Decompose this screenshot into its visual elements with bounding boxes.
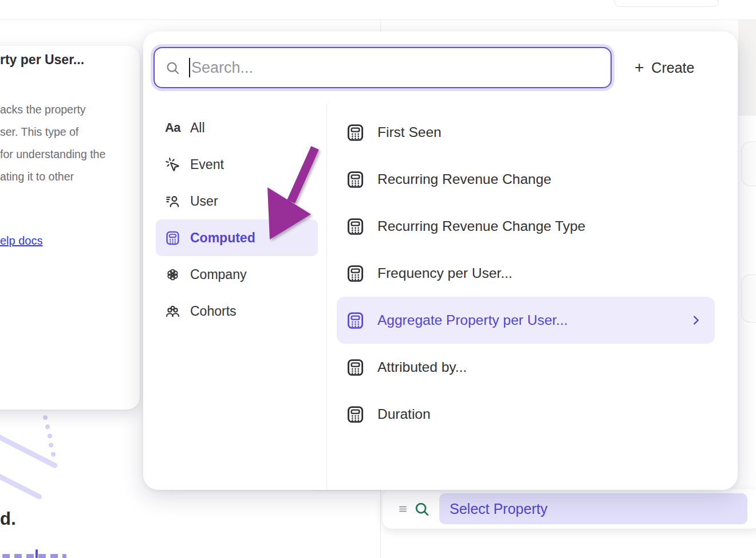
search-icon [165, 60, 180, 76]
background-peek-card [741, 274, 756, 323]
cohorts-people-icon [165, 304, 180, 319]
drag-handle-icon[interactable] [397, 504, 408, 514]
property-item-recurring-revenue-change[interactable]: Recurring Revenue Change [337, 156, 715, 203]
category-item-event[interactable]: Event [156, 146, 318, 183]
chevron-right-icon [690, 314, 702, 327]
select-property-button[interactable]: Select Property [439, 493, 747, 524]
category-item-computed[interactable]: Computed [156, 219, 318, 256]
property-label: Recurring Revenue Change [377, 171, 552, 187]
category-label: Computed [190, 230, 255, 246]
category-label: Event [190, 157, 224, 172]
category-label: All [190, 120, 205, 136]
property-label: Aggregate Property per User... [377, 312, 568, 328]
property-selector-card: Select Property [383, 489, 756, 529]
property-label: Frequency per User... [377, 265, 513, 281]
property-item-duration[interactable]: Duration [337, 391, 715, 438]
background-panel-edge [312, 490, 380, 491]
decorative-dot [51, 452, 56, 457]
property-list: First Seen Recurring Revenue Change [337, 109, 715, 438]
tooltip-body: acks the property ser. This type of for … [0, 99, 132, 188]
company-cluster-icon [165, 267, 180, 282]
clipped-link-fragment-tick [36, 549, 38, 558]
background-horizontal-divider [0, 19, 756, 20]
plus-icon: + [635, 60, 644, 76]
search-icon [414, 501, 430, 517]
property-label: Duration [377, 406, 431, 422]
event-click-icon [165, 157, 180, 172]
calculator-icon [346, 405, 365, 424]
decorative-dot [49, 443, 53, 447]
property-item-recurring-revenue-change-type[interactable]: Recurring Revenue Change Type [337, 203, 715, 250]
decorative-dot [43, 415, 48, 420]
search-input[interactable] [190, 48, 600, 87]
clipped-canvas-heading: d. [0, 509, 16, 529]
background-vertical-divider-top [380, 20, 381, 32]
calculator-icon [346, 264, 365, 283]
category-label: Company [190, 267, 246, 282]
category-item-cohorts[interactable]: Cohorts [156, 293, 318, 329]
category-label: Cohorts [190, 304, 237, 319]
background-vertical-divider-bottom [380, 490, 381, 558]
tooltip-body-line: for understanding the [0, 143, 132, 166]
calculator-icon [346, 358, 365, 377]
user-profile-icon [165, 194, 180, 209]
category-label: User [190, 194, 218, 209]
text-format-icon: Aa [165, 120, 180, 136]
category-item-company[interactable]: Company [156, 256, 318, 293]
decorative-dot [45, 425, 50, 429]
help-docs-link[interactable]: elp docs [0, 234, 43, 247]
help-tooltip-card: rty per User... acks the property ser. T… [0, 46, 140, 410]
property-label: Recurring Revenue Change Type [377, 218, 585, 234]
tooltip-body-line: ser. This type of [0, 121, 132, 143]
calculator-icon [165, 230, 180, 246]
calculator-icon [346, 123, 365, 142]
property-item-first-seen[interactable]: First Seen [337, 109, 715, 156]
decorative-dot [48, 434, 52, 438]
tooltip-body-line: acks the property [0, 99, 132, 121]
calculator-icon [346, 170, 365, 189]
property-item-attributed-by[interactable]: Attributed by... [337, 344, 715, 391]
calculator-icon [346, 311, 365, 330]
background-peek-card [741, 142, 756, 186]
search-box [153, 47, 612, 88]
clipped-link-fragment [2, 554, 66, 558]
property-item-aggregate-property-per-user[interactable]: Aggregate Property per User... [337, 297, 715, 344]
decorative-line [0, 454, 43, 500]
property-label: Attributed by... [377, 359, 467, 375]
background-partial-button [614, 0, 719, 7]
property-item-frequency-per-user[interactable]: Frequency per User... [337, 250, 715, 297]
modal-column-divider [326, 104, 327, 490]
page: d. rty per User... acks the property ser… [0, 0, 756, 558]
property-label: First Seen [377, 124, 442, 140]
calculator-icon [346, 217, 365, 236]
category-item-user[interactable]: User [156, 183, 318, 219]
tooltip-body-line: ating it to other [0, 166, 132, 188]
category-item-all[interactable]: Aa All [156, 109, 318, 146]
tooltip-title: rty per User... [0, 52, 84, 68]
create-button[interactable]: + Create [635, 57, 694, 78]
category-list: Aa All Event User Computed [156, 109, 318, 329]
create-button-label: Create [651, 60, 694, 76]
background-right-strip [738, 20, 756, 116]
property-picker-modal: + Create Aa All Event User [143, 32, 738, 490]
